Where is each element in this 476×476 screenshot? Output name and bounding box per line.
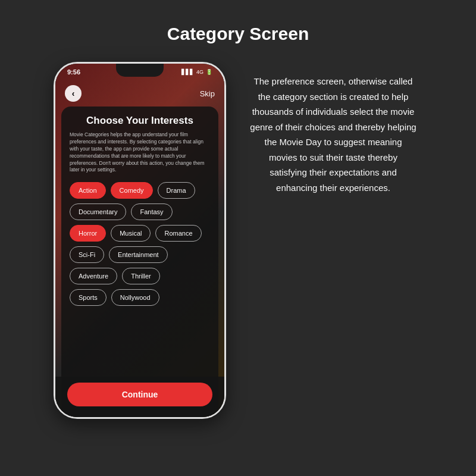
network-label: 4G (196, 69, 203, 75)
genre-fantasy[interactable]: Fantasy (131, 203, 172, 220)
genre-documentary[interactable]: Documentary (70, 203, 126, 220)
battery-icon: 🔋 (206, 69, 212, 75)
phone-notch (116, 64, 164, 77)
genre-adventure[interactable]: Adventure (70, 268, 117, 284)
phone-nav: ‹ Skip (55, 80, 224, 107)
genre-scifi[interactable]: Sci-Fi (70, 246, 104, 263)
genre-romance[interactable]: Romance (155, 225, 201, 242)
genre-grid: Action Comedy Drama Documentary Fantasy … (70, 182, 210, 306)
genre-entertainment[interactable]: Entertainment (109, 246, 167, 263)
back-button[interactable]: ‹ (65, 85, 82, 102)
screen-description: Movie Categories helps the app understan… (70, 131, 210, 174)
continue-button-wrapper: Continue (55, 377, 224, 417)
content-area: 9:56 ▋▋▋ 4G 🔋 ‹ Skip Choose Your Interes… (0, 62, 476, 419)
status-time: 9:56 (67, 68, 80, 76)
signal-icon: ▋▋▋ (181, 69, 194, 75)
genre-drama[interactable]: Drama (158, 182, 195, 199)
continue-button[interactable]: Continue (67, 383, 212, 406)
phone-content: 9:56 ▋▋▋ 4G 🔋 ‹ Skip Choose Your Interes… (55, 64, 224, 417)
genre-action[interactable]: Action (70, 182, 106, 199)
genre-horror[interactable]: Horror (70, 225, 106, 242)
phone-mockup: 9:56 ▋▋▋ 4G 🔋 ‹ Skip Choose Your Interes… (54, 62, 226, 419)
genre-sports[interactable]: Sports (70, 289, 107, 306)
genre-row-1: Action Comedy Drama (70, 182, 210, 199)
genre-comedy[interactable]: Comedy (111, 182, 153, 199)
phone-screen: 9:56 ▋▋▋ 4G 🔋 ‹ Skip Choose Your Interes… (55, 64, 224, 417)
genre-nollywood[interactable]: Nollywood (111, 289, 159, 306)
phone-main-content: Choose Your Interests Movie Categories h… (61, 107, 218, 417)
genre-musical[interactable]: Musical (111, 225, 151, 242)
screen-title: Choose Your Interests (70, 115, 210, 127)
description-panel: The preference screen, otherwise called … (244, 62, 422, 207)
genre-row-5: Adventure Thriller (70, 268, 210, 284)
page-title: Category Screen (167, 24, 309, 44)
genre-row-2: Documentary Fantasy (70, 203, 210, 220)
description-text: The preference screen, otherwise called … (250, 74, 416, 195)
status-icons: ▋▋▋ 4G 🔋 (181, 69, 212, 75)
genre-row-6: Sports Nollywood (70, 289, 210, 306)
genre-thriller[interactable]: Thriller (122, 268, 160, 284)
skip-button[interactable]: Skip (200, 89, 215, 98)
genre-row-3: Horror Musical Romance (70, 225, 210, 242)
genre-row-4: Sci-Fi Entertainment (70, 246, 210, 263)
